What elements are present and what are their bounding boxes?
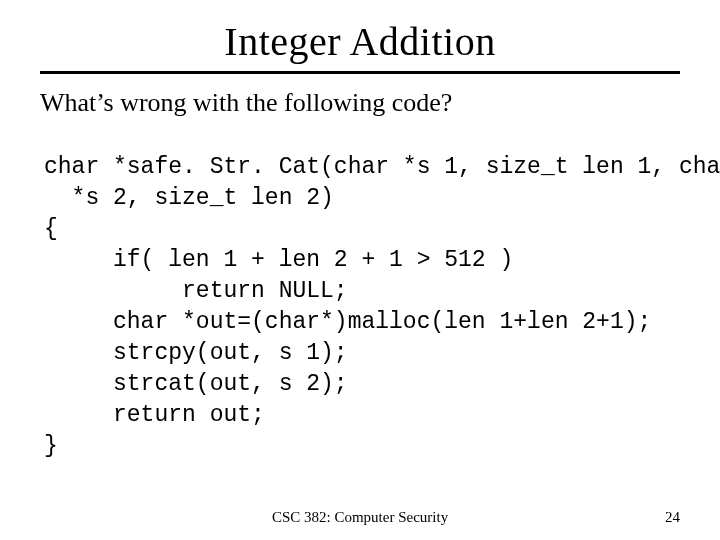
code-line: return out; — [44, 402, 265, 428]
code-line: if( len 1 + len 2 + 1 > 512 ) — [44, 247, 513, 273]
slide-title: Integer Addition — [40, 18, 680, 65]
code-line: char *safe. Str. Cat(char *s 1, size_t l… — [44, 154, 720, 180]
title-rule — [40, 71, 680, 74]
slide: Integer Addition What’s wrong with the f… — [0, 0, 720, 540]
footer-course: CSC 382: Computer Security — [0, 509, 720, 526]
code-line: return NULL; — [44, 278, 348, 304]
code-line: *s 2, size_t len 2) — [44, 185, 334, 211]
question-text: What’s wrong with the following code? — [40, 88, 680, 118]
code-line: char *out=(char*)malloc(len 1+len 2+1); — [44, 309, 651, 335]
code-line: strcat(out, s 2); — [44, 371, 348, 397]
footer-page-number: 24 — [665, 509, 680, 526]
code-block: char *safe. Str. Cat(char *s 1, size_t l… — [44, 152, 680, 462]
code-line: strcpy(out, s 1); — [44, 340, 348, 366]
code-line: { — [44, 216, 58, 242]
code-line: } — [44, 433, 58, 459]
